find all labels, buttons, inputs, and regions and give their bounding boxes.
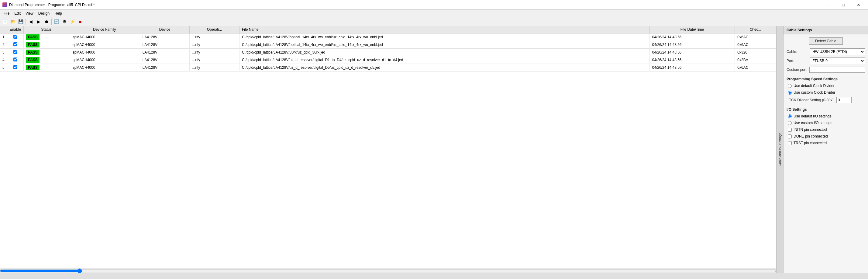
toolbar-btn-1[interactable]: ◀ [27, 18, 34, 25]
custom-clock-radio[interactable] [788, 91, 792, 94]
table-header-row: Enable Status Device Family Device Opera… [0, 26, 776, 33]
table-row: 2 PASS ispMACH4000 LA4128V ...rify C:/cp… [0, 41, 776, 49]
row-enable-checkbox-2[interactable] [13, 42, 17, 46]
status-badge-5: PASS [26, 65, 39, 70]
menu-edit[interactable]: Edit [12, 10, 23, 17]
toolbar-btn-4[interactable]: 🔄 [53, 18, 60, 25]
row-enable-1[interactable] [7, 33, 23, 41]
minimize-button[interactable]: ─ [821, 1, 835, 8]
left-panel: Enable Status Device Family Device Opera… [0, 26, 776, 273]
row-enable-checkbox-5[interactable] [13, 65, 17, 69]
tck-row: TCK Divider Setting (0-30x): [786, 97, 865, 103]
right-panel: Cable Settings Detect Cable Cable: HW-US… [783, 26, 868, 273]
default-io-label[interactable]: Use default I/O settings [794, 114, 832, 118]
menu-view[interactable]: View [23, 10, 36, 17]
row-num-2: 2 [0, 41, 7, 49]
title-bar: Diamond Programmer - Programm_all5_CPLDs… [0, 0, 868, 10]
toolbar-btn-3[interactable]: ⏺ [43, 18, 50, 25]
custom-io-radio[interactable] [788, 121, 792, 125]
status-badge-3: PASS [26, 50, 39, 55]
toolbar-new[interactable]: 📄 [1, 18, 8, 25]
maximize-button[interactable]: □ [836, 1, 850, 8]
row-status-1: PASS [24, 33, 69, 41]
programming-speed-header: Programming Speed Settings [786, 77, 865, 81]
table-container[interactable]: Enable Status Device Family Device Opera… [0, 26, 776, 268]
window-title: Diamond Programmer - Programm_all5_CPLDs… [9, 3, 95, 7]
row-status-5: PASS [24, 64, 69, 72]
default-clock-label[interactable]: Use default Clock Divider [794, 84, 835, 88]
cable-io-settings-tab[interactable]: Cable and I/O Settings [776, 26, 783, 273]
menu-bar: File Edit View Design Help [0, 10, 868, 17]
device-table: Enable Status Device Family Device Opera… [0, 26, 776, 72]
custom-clock-row: Use custom Clock Divider [786, 90, 865, 94]
title-bar-controls: ─ □ ✕ [821, 1, 866, 8]
row-device-family-1: ispMACH4000 [69, 33, 140, 41]
menu-file[interactable]: File [1, 10, 12, 17]
toolbar-btn-2[interactable]: ▶ [35, 18, 42, 25]
col-enable: Enable [7, 26, 23, 33]
io-settings-header: I/O Settings [786, 107, 865, 112]
custom-io-label[interactable]: Use custom I/O settings [794, 121, 832, 125]
toolbar-save[interactable]: 💾 [17, 18, 24, 25]
default-clock-radio[interactable] [788, 84, 792, 88]
done-checkbox[interactable] [788, 135, 792, 138]
row-enable-checkbox-1[interactable] [13, 35, 17, 39]
done-row: DONE pin connected [786, 134, 865, 138]
row-operation-1: ...rify [190, 33, 240, 41]
row-operation-5: ...rify [190, 64, 240, 72]
row-enable-2[interactable] [7, 41, 23, 49]
row-status-3: PASS [24, 49, 69, 56]
row-enable-3[interactable] [7, 49, 23, 56]
row-num-1: 1 [0, 33, 7, 41]
col-operation: Operati... [190, 26, 240, 33]
row-checksum-3: 0x326 [735, 49, 776, 56]
custom-port-input[interactable] [809, 67, 865, 73]
row-device-4: LA4128V [140, 56, 190, 64]
cable-field-row: Cable: HW-USBN-2B (FTDI) HW-USBN-2A [786, 48, 865, 55]
toolbar: 📄 📂 💾 ◀ ▶ ⏺ 🔄 ⚙ ⚡ ■ [0, 17, 868, 26]
col-checksum: Chec... [735, 26, 776, 33]
port-select[interactable]: FTUSB-0 FTUSB-1 [810, 57, 865, 64]
row-operation-2: ...rify [190, 41, 240, 49]
horizontal-scrollbar[interactable] [0, 269, 776, 273]
default-io-radio[interactable] [788, 114, 792, 118]
row-device-family-4: ispMACH4000 [69, 56, 140, 64]
custom-port-row: Custom port: [786, 67, 865, 73]
app-icon [2, 2, 7, 7]
col-device: Device [140, 26, 190, 33]
row-enable-checkbox-4[interactable] [13, 57, 17, 61]
done-label[interactable]: DONE pin connected [794, 134, 828, 138]
tck-spinner[interactable] [836, 97, 851, 103]
cable-select[interactable]: HW-USBN-2B (FTDI) HW-USBN-2A [810, 48, 865, 55]
trst-checkbox[interactable] [788, 141, 792, 145]
col-status: Status [24, 26, 69, 33]
toolbar-btn-7[interactable]: ■ [76, 18, 84, 25]
detect-cable-button[interactable]: Detect Cable [809, 37, 842, 45]
table-row: 3 PASS ispMACH4000 LA4128V ...rify C:/cp… [0, 49, 776, 56]
trst-label[interactable]: TRST pin connected [794, 141, 827, 145]
row-filename-2: C:/cpld/cpld_lattice/LA4128V/optical_14t… [240, 41, 650, 49]
row-enable-5[interactable] [7, 64, 23, 72]
row-checksum-4: 0x2BA [735, 56, 776, 64]
row-datetime-5: 04/26/24 14:48:56 [649, 64, 735, 72]
row-checksum-2: 0x6AC [735, 41, 776, 49]
row-checksum-1: 0x6AC [735, 33, 776, 41]
col-date: File Date/Time [649, 26, 735, 33]
row-enable-checkbox-3[interactable] [13, 50, 17, 54]
cable-label: Cable: [786, 50, 808, 54]
toolbar-btn-6[interactable]: ⚡ [69, 18, 76, 25]
row-device-3: LA4128V [140, 49, 190, 56]
custom-clock-label[interactable]: Use custom Clock Divider [794, 90, 835, 94]
scrollbar-area[interactable] [0, 268, 776, 273]
initn-label[interactable]: INITN pin connected [794, 128, 827, 132]
row-status-2: PASS [24, 41, 69, 49]
row-datetime-3: 04/26/24 14:48:56 [649, 49, 735, 56]
menu-help[interactable]: Help [52, 10, 64, 17]
row-filename-3: C:/cpld/cpld_lattice/LA4128V/30rx/uz_cpl… [240, 49, 650, 56]
toolbar-btn-5[interactable]: ⚙ [61, 18, 68, 25]
row-enable-4[interactable] [7, 56, 23, 64]
toolbar-open[interactable]: 📂 [9, 18, 17, 25]
initn-checkbox[interactable] [788, 128, 792, 132]
menu-design[interactable]: Design [36, 10, 52, 17]
close-button[interactable]: ✕ [851, 1, 866, 8]
